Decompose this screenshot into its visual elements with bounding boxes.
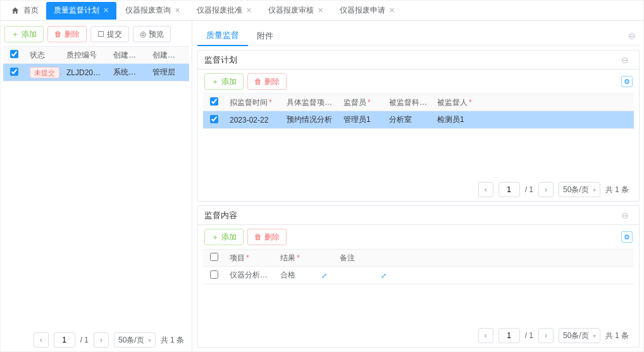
plus-icon: ＋	[211, 233, 219, 241]
tab-label: 质量监督计划	[54, 5, 99, 16]
close-icon[interactable]: ✕	[246, 6, 252, 15]
prev-page-button[interactable]: ‹	[34, 332, 49, 348]
prev-page-button[interactable]: ‹	[478, 328, 493, 343]
page-input[interactable]	[498, 182, 520, 197]
collapse-icon[interactable]: ⊖	[617, 55, 633, 65]
table-row[interactable]: 未提交 ZLJD2023001 系统管理员 管理层	[3, 64, 189, 82]
cell-dept: 管理层	[147, 67, 187, 78]
close-icon[interactable]: ✕	[103, 6, 109, 15]
next-page-button[interactable]: ›	[538, 182, 554, 197]
add-label: 添加	[221, 76, 237, 87]
row-checkbox[interactable]	[210, 270, 218, 279]
tab-scrap-approve[interactable]: 仪器报废批准 ✕	[189, 2, 259, 20]
close-icon[interactable]: ✕	[318, 6, 323, 15]
tab-label: 仪器报废审核	[268, 5, 314, 16]
top-tabs: 首页 质量监督计划 ✕ 仪器报废查询 ✕ 仪器报废批准 ✕ 仪器报废审核 ✕ 仪…	[1, 1, 643, 21]
col-sup2: 被监督人*	[432, 97, 480, 108]
delete-button[interactable]: 🗑删除	[247, 73, 287, 90]
page-input[interactable]	[498, 328, 520, 343]
submit-label: 提交	[107, 29, 122, 40]
panel-header: 监督计划 ⊖	[198, 51, 639, 70]
collapse-icon[interactable]: ⊖	[624, 31, 640, 41]
tab-scrap-review[interactable]: 仪器报废审核 ✕	[261, 2, 331, 20]
cell-creator: 系统管理员	[108, 67, 147, 78]
expand-icon[interactable]: ⤢	[381, 272, 387, 279]
page-size-select[interactable]: 50条/页▾	[559, 182, 600, 197]
page-size-label: 50条/页	[118, 335, 144, 346]
page-total: / 1	[525, 331, 533, 340]
submit-button[interactable]: ☐提交	[90, 26, 129, 42]
chevron-down-icon: ▾	[148, 337, 151, 344]
close-icon[interactable]: ✕	[175, 6, 180, 15]
right-sub-tabs: 质量监督 附件 ⊖	[197, 26, 640, 46]
row-checkbox[interactable]	[210, 115, 218, 123]
cell-room: 分析室	[384, 114, 432, 125]
trash-icon: 🗑	[254, 78, 262, 85]
tab-scrap-apply[interactable]: 仪器报废申请 ✕	[332, 2, 402, 20]
tab-scrap-query[interactable]: 仪器报废查询 ✕	[118, 2, 188, 20]
header-checkbox[interactable]	[210, 97, 218, 106]
add-button[interactable]: ＋添加	[204, 229, 244, 245]
page-size-select[interactable]: 50条/页▾	[559, 328, 600, 343]
prev-page-button[interactable]: ‹	[478, 182, 493, 197]
add-label: 添加	[221, 232, 237, 243]
tab-home[interactable]: 首页	[4, 2, 45, 20]
header-checkbox[interactable]	[10, 50, 18, 58]
chevron-down-icon: ▾	[593, 186, 596, 193]
supervise-content-panel: 监督内容 ⊖ ＋添加 🗑删除 ⚙ 项目* 结果*	[197, 205, 640, 348]
status-badge: 未提交	[30, 67, 59, 78]
plan-toolbar: ＋添加 🗑删除 ⚙	[203, 73, 634, 94]
left-pane: ＋添加 🗑删除 ☐提交 ◎预览 状态 质控编号 创建人员 创建部门 未提交 ZL…	[1, 21, 192, 351]
close-icon[interactable]: ✕	[389, 6, 395, 15]
add-button[interactable]: ＋添加	[204, 73, 244, 90]
plan-table: 拟监督时间* 具体监督项目* 监督员* 被监督科室* 被监督人* 2023-02…	[203, 94, 634, 178]
tab-label: 仪器报废申请	[340, 5, 385, 16]
left-table-head: 状态 质控编号 创建人员 创建部门	[3, 46, 189, 64]
cell-proj: 仪器分析检测	[225, 270, 275, 281]
delete-label: 删除	[264, 76, 280, 87]
cell-proj: 预约情况分析	[282, 114, 338, 125]
col-creator: 创建人员	[108, 50, 147, 61]
cell-res: 合格	[275, 270, 313, 281]
table-row[interactable]: 2023-02-22 预约情况分析 管理员1 分析室 检测员1	[203, 111, 634, 129]
col-proj: 项目*	[225, 253, 275, 264]
eye-icon: ◎	[140, 30, 146, 38]
col-note: 备注	[335, 253, 373, 264]
expand-icon[interactable]: ⤢	[321, 272, 327, 279]
panel-header: 监督内容 ⊖	[198, 206, 639, 225]
tab-supervise[interactable]: 质量监督	[197, 26, 248, 46]
page-count: 共 1 条	[161, 335, 184, 346]
config-icon[interactable]: ⚙	[621, 231, 633, 243]
tab-quality-plan[interactable]: 质量监督计划 ✕	[46, 2, 116, 20]
main-split: ＋添加 🗑删除 ☐提交 ◎预览 状态 质控编号 创建人员 创建部门 未提交 ZL…	[1, 21, 643, 351]
add-button[interactable]: ＋添加	[4, 26, 44, 42]
next-page-button[interactable]: ›	[538, 328, 554, 343]
tab-attachment[interactable]: 附件	[248, 26, 282, 46]
plus-icon: ＋	[11, 30, 19, 38]
table-row[interactable]: 仪器分析检测 合格 ⤢ ⤢	[203, 267, 634, 284]
delete-button[interactable]: 🗑删除	[247, 229, 287, 245]
collapse-icon[interactable]: ⊖	[617, 210, 633, 221]
content-table: 项目* 结果* 备注 仪器分析检测 合格 ⤢ ⤢	[203, 249, 634, 324]
row-checkbox[interactable]	[10, 68, 18, 76]
next-page-button[interactable]: ›	[94, 332, 109, 348]
config-icon[interactable]: ⚙	[621, 76, 633, 87]
page-input[interactable]	[54, 332, 75, 348]
plus-icon: ＋	[211, 78, 219, 85]
home-icon	[11, 6, 20, 15]
col-status: 状态	[25, 50, 61, 61]
preview-label: 预览	[149, 29, 164, 40]
page-size-select[interactable]: 50条/页▾	[114, 332, 156, 348]
col-res: 结果*	[275, 253, 313, 264]
right-pane: 质量监督 附件 ⊖ 监督计划 ⊖ ＋添加 🗑删除 ⚙	[192, 21, 643, 351]
cell-sup2: 检测员1	[432, 114, 480, 125]
content-table-head: 项目* 结果* 备注	[203, 249, 634, 267]
col-super: 监督员*	[338, 97, 384, 108]
left-pager: ‹ / 1 › 50条/页▾ 共 1 条	[3, 329, 189, 351]
delete-button[interactable]: 🗑删除	[47, 26, 87, 42]
chevron-down-icon: ▾	[593, 332, 596, 339]
supervise-plan-panel: 监督计划 ⊖ ＋添加 🗑删除 ⚙ 拟监督时间* 具体监督项目*	[197, 50, 640, 202]
header-checkbox[interactable]	[210, 253, 218, 261]
preview-button[interactable]: ◎预览	[133, 26, 171, 42]
tab-label: 仪器报废批准	[197, 5, 242, 16]
